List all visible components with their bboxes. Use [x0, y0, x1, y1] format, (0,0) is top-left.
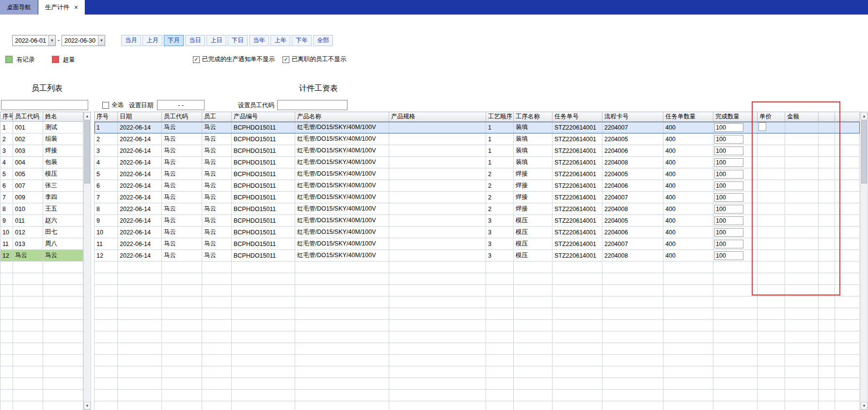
- tab-desktop-navigation[interactable]: 桌面导航: [0, 0, 38, 15]
- piecework-cell[interactable]: 2022-06-14: [118, 145, 162, 157]
- quick-range-button[interactable]: 全部: [313, 35, 333, 46]
- column-header[interactable]: 员工代码: [13, 112, 43, 122]
- done-qty-input[interactable]: 100: [714, 205, 743, 213]
- piecework-cell[interactable]: 1: [486, 157, 514, 168]
- piecework-cell[interactable]: 100: [713, 145, 758, 157]
- employee-cell[interactable]: 9: [0, 215, 13, 227]
- piecework-cell[interactable]: [758, 238, 785, 250]
- employee-cell[interactable]: 王五: [43, 203, 83, 215]
- piecework-cell[interactable]: 马云: [162, 168, 202, 180]
- piecework-cell[interactable]: BCPHDO15011: [232, 122, 295, 133]
- checkbox-checked-icon[interactable]: ✓: [193, 56, 200, 63]
- chevron-down-icon[interactable]: ▼: [98, 35, 105, 46]
- piecework-cell[interactable]: 马云: [162, 192, 202, 203]
- piecework-cell[interactable]: 2022-06-14: [118, 122, 162, 133]
- employee-cell[interactable]: 005: [13, 168, 43, 180]
- quick-range-button[interactable]: 当月: [121, 35, 141, 46]
- piecework-cell[interactable]: [758, 122, 785, 133]
- column-header[interactable]: 日期: [118, 112, 162, 122]
- piecework-cell[interactable]: 装填: [514, 157, 552, 168]
- piecework-cell[interactable]: 马云: [162, 227, 202, 238]
- piecework-row[interactable]: 102022-06-14马云马云BCPHDO15011红毛管/DO15/SKY/…: [95, 227, 860, 238]
- employee-row[interactable]: 3003焊接: [0, 145, 83, 157]
- piecework-cell[interactable]: [758, 250, 785, 262]
- piecework-cell[interactable]: 400: [663, 203, 713, 215]
- piecework-cell[interactable]: [785, 133, 819, 145]
- set-employee-code-input[interactable]: [277, 100, 347, 110]
- piecework-cell[interactable]: 模压: [514, 250, 552, 262]
- piecework-cell[interactable]: STZ220614001: [552, 227, 602, 238]
- done-qty-input[interactable]: 100: [714, 181, 743, 190]
- piecework-cell[interactable]: 1: [95, 122, 118, 133]
- piecework-cell[interactable]: 模压: [514, 227, 552, 238]
- done-qty-input[interactable]: 100: [714, 216, 743, 225]
- employee-cell[interactable]: 12: [0, 250, 13, 262]
- piecework-cell[interactable]: 马云: [202, 227, 232, 238]
- piecework-cell[interactable]: 100: [713, 203, 758, 215]
- piecework-cell[interactable]: STZ220614001: [552, 145, 602, 157]
- piecework-row[interactable]: 122022-06-14马云马云BCPHDO15011红毛管/DO15/SKY/…: [95, 250, 860, 262]
- piecework-cell[interactable]: 400: [663, 238, 713, 250]
- piecework-cell[interactable]: 马云: [162, 238, 202, 250]
- employee-row[interactable]: 10012田七: [0, 227, 83, 238]
- piecework-cell[interactable]: 2022-06-14: [118, 157, 162, 168]
- piecework-cell[interactable]: 马云: [202, 157, 232, 168]
- piecework-cell[interactable]: 装填: [514, 145, 552, 157]
- piecework-cell[interactable]: [389, 192, 486, 203]
- piecework-cell[interactable]: 100: [713, 157, 758, 168]
- scroll-down-icon[interactable]: ▼: [861, 402, 868, 410]
- piecework-cell[interactable]: 400: [663, 180, 713, 192]
- piecework-cell[interactable]: [389, 180, 486, 192]
- quick-range-button[interactable]: 当年: [249, 35, 269, 46]
- employee-cell[interactable]: 6: [0, 180, 13, 192]
- hide-resigned-filter[interactable]: ✓ 已离职的员工不显示: [283, 55, 347, 64]
- piecework-cell[interactable]: 2204008: [602, 203, 663, 215]
- employee-cell[interactable]: 赵六: [43, 215, 83, 227]
- column-header[interactable]: 产品编号: [232, 112, 295, 122]
- employee-cell[interactable]: 010: [13, 203, 43, 215]
- scrollbar-thumb[interactable]: [861, 120, 867, 183]
- employee-row[interactable]: 12马云马云: [0, 250, 83, 262]
- piecework-row[interactable]: 22022-06-14马云马云BCPHDO15011红毛管/DO15/SKY/4…: [95, 133, 860, 145]
- piecework-cell[interactable]: 3: [486, 238, 514, 250]
- done-qty-input[interactable]: 100: [714, 251, 743, 260]
- piecework-cell[interactable]: 100: [713, 122, 758, 133]
- piecework-cell[interactable]: 模压: [514, 215, 552, 227]
- piecework-cell[interactable]: 400: [663, 133, 713, 145]
- column-header[interactable]: 任务单号: [552, 112, 602, 122]
- piecework-cell[interactable]: 2: [95, 133, 118, 145]
- piecework-cell[interactable]: 马云: [202, 180, 232, 192]
- employee-cell[interactable]: 李四: [43, 192, 83, 203]
- piecework-cell[interactable]: 8: [95, 203, 118, 215]
- chevron-down-icon[interactable]: ▼: [48, 35, 55, 46]
- piecework-cell[interactable]: 红毛管/DO15/SKY/40M/100V: [295, 122, 389, 133]
- piecework-cell[interactable]: 3: [95, 145, 118, 157]
- piecework-cell[interactable]: [785, 250, 819, 262]
- piecework-cell[interactable]: STZ220614001: [552, 215, 602, 227]
- piecework-cell[interactable]: 400: [663, 122, 713, 133]
- quick-range-button[interactable]: 上月: [142, 35, 162, 46]
- piecework-cell[interactable]: 10: [95, 227, 118, 238]
- piecework-cell[interactable]: 1: [486, 133, 514, 145]
- piecework-cell[interactable]: STZ220614001: [552, 238, 602, 250]
- done-qty-input[interactable]: 100: [714, 240, 743, 248]
- piecework-cell[interactable]: 11: [95, 238, 118, 250]
- piecework-cell[interactable]: 2022-06-14: [118, 192, 162, 203]
- piecework-cell[interactable]: 马云: [162, 122, 202, 133]
- quick-range-button[interactable]: 上年: [270, 35, 290, 46]
- piecework-cell[interactable]: 马云: [202, 192, 232, 203]
- piecework-row[interactable]: 62022-06-14马云马云BCPHDO15011红毛管/DO15/SKY/4…: [95, 180, 860, 192]
- piecework-cell[interactable]: 100: [713, 168, 758, 180]
- piecework-cell[interactable]: 红毛管/DO15/SKY/40M/100V: [295, 180, 389, 192]
- select-all-checkbox[interactable]: 全选: [102, 101, 124, 109]
- employee-cell[interactable]: 包装: [43, 157, 83, 168]
- piecework-cell[interactable]: 2022-06-14: [118, 227, 162, 238]
- piecework-cell[interactable]: STZ220614001: [552, 250, 602, 262]
- quick-range-button[interactable]: 上日: [206, 35, 226, 46]
- piecework-cell[interactable]: 马云: [202, 145, 232, 157]
- piecework-cell[interactable]: [758, 227, 785, 238]
- piecework-cell[interactable]: 马云: [162, 250, 202, 262]
- column-header[interactable]: 单价: [758, 112, 785, 122]
- date-from-combobox[interactable]: 2022-06-01 ▼: [12, 35, 56, 46]
- column-header[interactable]: 产品规格: [389, 112, 486, 122]
